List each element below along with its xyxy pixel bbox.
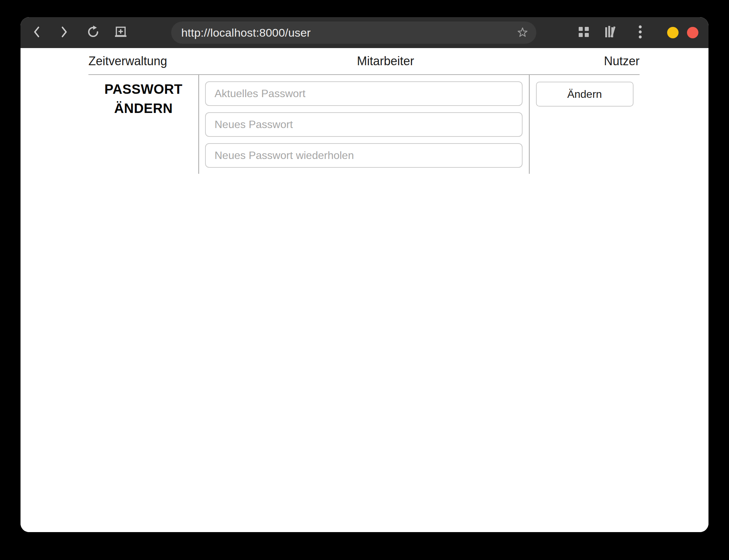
library-button[interactable] <box>604 17 619 48</box>
nav-item-mitarbeiter[interactable]: Mitarbeiter <box>357 54 414 68</box>
reload-button[interactable] <box>86 17 101 48</box>
minimize-window-button[interactable] <box>667 27 679 38</box>
section-heading: PASSWORT ÄNDERN <box>88 75 198 174</box>
heading-line-2: ÄNDERN <box>88 99 198 118</box>
reload-icon <box>86 25 100 40</box>
bookmark-star-icon[interactable] <box>517 27 528 38</box>
nav-item-nutzer[interactable]: Nutzer <box>604 54 640 68</box>
new-tab-button[interactable] <box>113 17 128 48</box>
password-change-section: PASSWORT ÄNDERN Ändern <box>88 75 640 174</box>
nav-item-zeitverwaltung[interactable]: Zeitverwaltung <box>88 54 167 68</box>
password-fields-column <box>198 75 530 174</box>
url-bar[interactable]: http://localhost:8000/user <box>171 22 536 44</box>
pages-overview-button[interactable] <box>576 17 591 48</box>
library-books-icon <box>605 26 619 40</box>
grid-icon <box>578 27 589 39</box>
heading-line-1: PASSWORT <box>88 80 198 99</box>
kebab-menu-icon <box>638 25 643 40</box>
url-text[interactable]: http://localhost:8000/user <box>181 26 517 39</box>
chevron-right-icon <box>61 26 68 40</box>
page-content: Zeitverwaltung Mitarbeiter Nutzer PASSWO… <box>21 48 708 532</box>
browser-toolbar: http://localhost:8000/user <box>21 17 708 48</box>
current-password-input[interactable] <box>205 81 523 106</box>
new-tab-icon <box>114 26 127 39</box>
main-nav: Zeitverwaltung Mitarbeiter Nutzer <box>88 48 640 75</box>
change-password-button[interactable]: Ändern <box>536 82 634 107</box>
menu-button[interactable] <box>633 17 648 48</box>
screen-background: http://localhost:8000/user <box>0 0 729 560</box>
chevron-left-icon <box>33 26 40 40</box>
forward-button[interactable] <box>57 17 72 48</box>
close-window-button[interactable] <box>687 27 698 38</box>
repeat-new-password-input[interactable] <box>205 143 523 168</box>
browser-window: http://localhost:8000/user <box>21 17 708 532</box>
new-password-input[interactable] <box>205 112 523 137</box>
back-button[interactable] <box>29 17 44 48</box>
submit-column: Ändern <box>530 75 640 174</box>
